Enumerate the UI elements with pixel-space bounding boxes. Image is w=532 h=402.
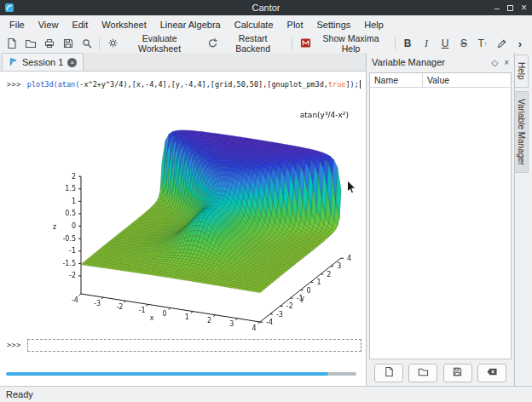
- floppy-icon: [452, 366, 463, 380]
- save-variables-button[interactable]: [443, 364, 472, 382]
- new-document-icon: [384, 366, 395, 380]
- show-maxima-help-button[interactable]: Show Maxima Help: [295, 35, 392, 52]
- format-pen-button[interactable]: [492, 35, 511, 52]
- worksheet-pane: Session 1 × >>> plot3d(atan(-x^2+y^3/4),…: [0, 53, 366, 386]
- print-button[interactable]: [40, 35, 59, 52]
- restart-icon: [207, 37, 218, 50]
- tab-close-icon[interactable]: ×: [67, 58, 77, 67]
- new-variable-button[interactable]: [374, 364, 403, 382]
- menubar: File View Edit Worksheet Linear Algebra …: [0, 15, 532, 34]
- new-command-entry: >>>: [7, 339, 361, 352]
- float-panel-icon[interactable]: ◇: [491, 58, 498, 67]
- magnifier-icon: [81, 37, 93, 49]
- maximize-button[interactable]: [507, 5, 513, 11]
- session-tabbar: Session 1 ×: [0, 53, 366, 72]
- minimize-button[interactable]: –: [494, 3, 500, 12]
- menu-item-help[interactable]: Help: [357, 16, 390, 33]
- column-header-name[interactable]: Name: [370, 73, 423, 87]
- close-panel-icon[interactable]: ×: [504, 58, 509, 67]
- find-button[interactable]: [78, 35, 96, 52]
- printer-icon: [43, 37, 55, 49]
- code-segment: -x^2+y^3/4),[x,-4,4],[y,-4,4],[grid,50,5…: [79, 80, 328, 89]
- run-gear-icon: [107, 37, 119, 50]
- strikethrough-button[interactable]: S: [454, 35, 473, 52]
- close-button[interactable]: ×: [521, 3, 527, 12]
- titlebar: Cantor – ×: [0, 0, 532, 15]
- superscript-arrow-icon: ↑: [484, 41, 488, 47]
- menu-item-plot[interactable]: Plot: [280, 16, 310, 33]
- main-toolbar: Evaluate Worksheet Restart Backend Show …: [0, 34, 532, 53]
- variable-table-header: Name Value: [370, 73, 511, 88]
- command-prompt: >>>: [7, 341, 21, 350]
- toolbar-separator: [292, 37, 292, 50]
- italic-button[interactable]: I: [417, 35, 436, 52]
- window-title: Cantor: [0, 3, 532, 13]
- command-entry: >>> plot3d(atan(-x^2+y^3/4),[x,-4,4],[y,…: [7, 80, 362, 89]
- tab-help[interactable]: Help: [515, 55, 529, 88]
- floppy-icon: [62, 37, 74, 49]
- mouse-cursor-icon: [346, 180, 356, 198]
- clear-backspace-icon: [486, 366, 498, 380]
- session-icon: [9, 57, 18, 68]
- variable-table: Name Value: [369, 72, 512, 359]
- tab-session-1[interactable]: Session 1 ×: [2, 53, 84, 71]
- pen-icon: [496, 38, 507, 49]
- restart-backend-label: Restart Backend: [222, 33, 284, 54]
- maxima-icon: [300, 37, 311, 50]
- code-segment: plot3d(atan(: [27, 80, 79, 89]
- command-input-box[interactable]: [27, 339, 361, 352]
- worksheet: >>> plot3d(atan(-x^2+y^3/4),[x,-4,4],[y,…: [0, 72, 366, 386]
- tab-variable-manager[interactable]: Variable Manager: [515, 91, 529, 173]
- session-tab-label: Session 1: [22, 57, 63, 67]
- evaluate-worksheet-label: Evaluate Worksheet: [122, 33, 197, 54]
- open-button[interactable]: [21, 35, 40, 52]
- menu-item-edit[interactable]: Edit: [65, 16, 95, 33]
- menu-item-linear-algebra[interactable]: Linear Algebra: [153, 16, 228, 33]
- variable-manager-header: Variable Manager ◇ ×: [367, 53, 514, 72]
- save-button[interactable]: [59, 35, 78, 52]
- command-prompt: >>>: [7, 80, 21, 89]
- progress-fill: [6, 372, 328, 376]
- text-cursor: [360, 80, 361, 89]
- toolbar-overflow-button[interactable]: ›: [511, 35, 529, 52]
- bold-button[interactable]: B: [398, 35, 417, 52]
- plot3d-canvas: [37, 92, 362, 334]
- new-document-icon: [6, 37, 18, 49]
- variable-table-body: [370, 89, 511, 359]
- superscript-button[interactable]: T↑: [473, 35, 492, 52]
- variable-manager-toolbar: [369, 364, 512, 382]
- clear-variables-button[interactable]: [477, 364, 506, 382]
- code-segment: true: [328, 80, 345, 89]
- evaluate-worksheet-button[interactable]: Evaluate Worksheet: [102, 35, 202, 52]
- main-area: Session 1 × >>> plot3d(atan(-x^2+y^3/4),…: [0, 53, 532, 386]
- column-header-value[interactable]: Value: [423, 73, 511, 87]
- statusbar: Ready: [0, 386, 532, 402]
- cantor-window: Cantor – × File View Edit Worksheet Line…: [0, 0, 532, 402]
- variable-manager-panel: Variable Manager ◇ × Name Value: [367, 53, 514, 386]
- toolbar-separator: [395, 37, 396, 50]
- plot-title: atan(y³/4-x²): [300, 111, 349, 119]
- load-variables-button[interactable]: [408, 364, 437, 382]
- folder-icon: [418, 366, 429, 380]
- toolbar-separator: [99, 37, 100, 50]
- side-tab-strip: Help Variable Manager: [514, 53, 532, 386]
- menu-item-file[interactable]: File: [3, 16, 32, 33]
- menu-item-calculate[interactable]: Calculate: [228, 16, 280, 33]
- show-maxima-help-label: Show Maxima Help: [315, 33, 387, 54]
- underline-button[interactable]: U: [436, 35, 454, 52]
- new-worksheet-button[interactable]: [3, 35, 21, 52]
- plot-output: atan(y³/4-x²): [37, 92, 362, 334]
- variable-manager-title: Variable Manager: [372, 57, 485, 67]
- folder-icon: [25, 37, 37, 49]
- restart-backend-button[interactable]: Restart Backend: [202, 35, 289, 52]
- menu-item-settings[interactable]: Settings: [310, 16, 358, 33]
- status-text: Ready: [6, 389, 33, 399]
- code-line[interactable]: plot3d(atan(-x^2+y^3/4),[x,-4,4],[y,-4,4…: [27, 80, 361, 89]
- progress-bar: [6, 372, 356, 376]
- menu-item-view[interactable]: View: [32, 16, 66, 33]
- menu-item-worksheet[interactable]: Worksheet: [95, 16, 153, 33]
- code-segment: ]);: [345, 80, 358, 89]
